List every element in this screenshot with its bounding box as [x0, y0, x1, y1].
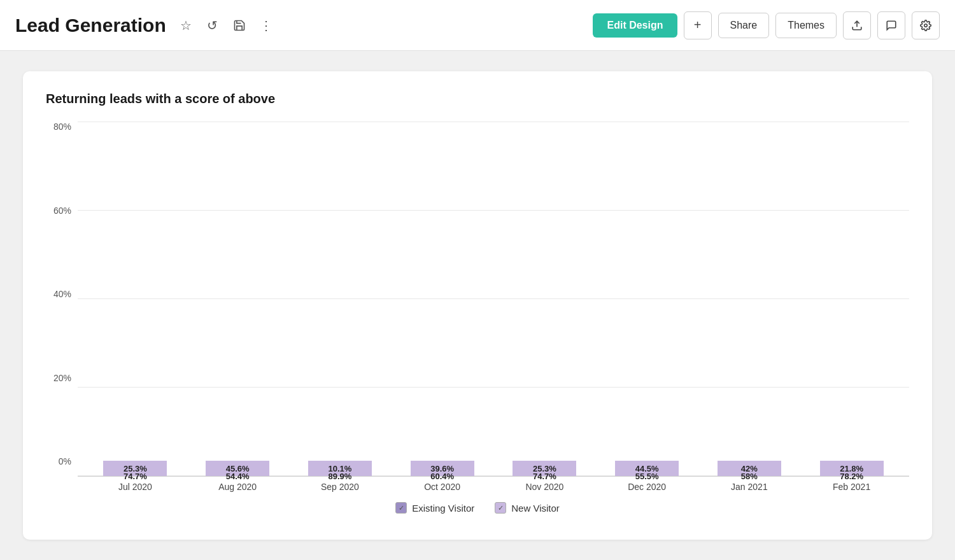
- existing-visitor-label: Existing Visitor: [412, 503, 474, 514]
- x-label: Oct 2020: [404, 482, 481, 492]
- x-label: Feb 2021: [814, 482, 890, 492]
- main-content: Returning leads with a score of above 80…: [0, 51, 955, 560]
- bar-stack: 10.1%89.9%: [308, 461, 372, 476]
- legend-new-visitor: ✓ New Visitor: [495, 502, 560, 514]
- more-icon[interactable]: ⋮: [257, 16, 276, 35]
- comment-button[interactable]: [877, 11, 905, 39]
- bar-group: 45.6%54.4%: [199, 461, 276, 476]
- chart-title: Returning leads with a score of above: [46, 92, 909, 106]
- bar-bottom-label: 78.2%: [820, 472, 884, 481]
- bar-group: 44.5%55.5%: [609, 461, 685, 476]
- page-title: Lead Generation: [15, 15, 166, 36]
- x-label: Nov 2020: [506, 482, 583, 492]
- bar-group: 25.3%74.7%: [506, 461, 583, 476]
- bar-group: 10.1%89.9%: [302, 461, 378, 476]
- bars-area: 25.3%74.7%45.6%54.4%10.1%89.9%39.6%60.4%…: [78, 122, 909, 477]
- chart-container: 80% 60% 40% 20% 0%: [46, 122, 909, 514]
- refresh-icon[interactable]: ↺: [203, 16, 222, 35]
- x-label: Dec 2020: [609, 482, 685, 492]
- x-label: Jul 2020: [97, 482, 173, 492]
- x-label: Sep 2020: [302, 482, 378, 492]
- new-visitor-label: New Visitor: [511, 503, 560, 514]
- existing-visitor-swatch: ✓: [395, 502, 407, 514]
- bar-stack: 39.6%60.4%: [411, 461, 474, 476]
- export-button[interactable]: [843, 11, 871, 39]
- header-icon-group: ☆ ↺ ⋮: [176, 16, 276, 35]
- x-label: Aug 2020: [199, 482, 276, 492]
- x-labels: Jul 2020Aug 2020Sep 2020Oct 2020Nov 2020…: [78, 477, 909, 492]
- legend: ✓ Existing Visitor ✓ New Visitor: [46, 502, 909, 514]
- bar-stack: 45.6%54.4%: [206, 461, 269, 476]
- bar-stack: 44.5%55.5%: [615, 461, 679, 476]
- bar-stack: 42%58%: [718, 461, 781, 476]
- bar-bottom-label: 54.4%: [206, 472, 269, 481]
- legend-existing-visitor: ✓ Existing Visitor: [395, 502, 474, 514]
- y-axis: 80% 60% 40% 20% 0%: [46, 122, 78, 492]
- header: Lead Generation ☆ ↺ ⋮ Edit Design + Shar…: [0, 0, 955, 51]
- new-visitor-swatch: ✓: [495, 502, 506, 514]
- edit-design-button[interactable]: Edit Design: [593, 13, 677, 38]
- star-icon[interactable]: ☆: [176, 16, 195, 35]
- y-label-40: 40%: [53, 289, 71, 299]
- bar-stack: 25.3%74.7%: [513, 461, 576, 476]
- chart-inner: 25.3%74.7%45.6%54.4%10.1%89.9%39.6%60.4%…: [78, 122, 909, 492]
- add-button[interactable]: +: [684, 11, 712, 39]
- themes-button[interactable]: Themes: [775, 13, 837, 38]
- x-label: Jan 2021: [711, 482, 788, 492]
- y-label-0: 0%: [59, 456, 71, 466]
- y-label-20: 20%: [53, 373, 71, 383]
- chart-card: Returning leads with a score of above 80…: [23, 71, 932, 540]
- bar-bottom-label: 74.7%: [513, 472, 576, 481]
- y-label-60: 60%: [53, 206, 71, 216]
- save-icon[interactable]: [230, 16, 249, 35]
- bar-bottom-label: 74.7%: [103, 472, 167, 481]
- settings-button[interactable]: [912, 11, 940, 39]
- bar-group: 21.8%78.2%: [814, 461, 890, 476]
- bar-group: 42%58%: [711, 461, 788, 476]
- svg-point-1: [924, 24, 928, 27]
- bar-bottom-label: 55.5%: [615, 472, 679, 481]
- bar-stack: 21.8%78.2%: [820, 461, 884, 476]
- share-button[interactable]: Share: [718, 13, 770, 38]
- header-actions: Edit Design + Share Themes: [593, 11, 940, 39]
- bar-group: 25.3%74.7%: [97, 461, 173, 476]
- bar-stack: 25.3%74.7%: [103, 461, 167, 476]
- chart-area: 80% 60% 40% 20% 0%: [46, 122, 909, 492]
- bar-bottom-label: 60.4%: [411, 472, 474, 481]
- bar-bottom-label: 58%: [718, 472, 781, 481]
- bar-group: 39.6%60.4%: [404, 461, 481, 476]
- y-label-80: 80%: [53, 122, 71, 132]
- bars-row: 25.3%74.7%45.6%54.4%10.1%89.9%39.6%60.4%…: [78, 122, 909, 476]
- bar-bottom-label: 89.9%: [308, 472, 372, 481]
